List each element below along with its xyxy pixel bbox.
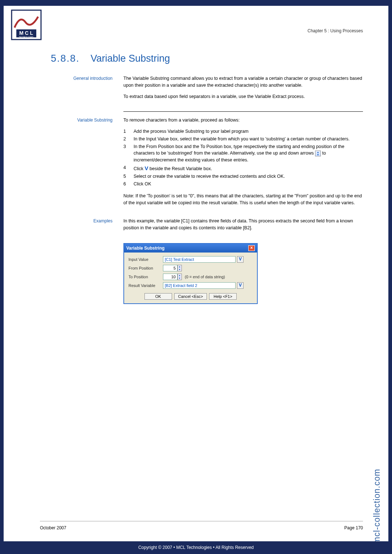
examples-p1: In this example, the variable [C1] conta… (123, 218, 363, 231)
intro-p2: To extract data based upon field separat… (123, 93, 363, 100)
section-steps: Variable Substring To remove characters … (51, 117, 363, 210)
section-label-examples: Examples (51, 218, 123, 236)
dialog-title-text: Variable Substring (126, 246, 164, 251)
step-2: In the Input Value box, select the varia… (134, 136, 363, 143)
from-position-field[interactable] (163, 265, 177, 271)
step-1: Add the process Variable Substring to yo… (134, 128, 363, 135)
footer-line (40, 521, 363, 521)
input-value-v-button[interactable]: V (237, 256, 244, 263)
heading-number: 5.8.8. (51, 53, 80, 64)
step-6: Click OK (134, 181, 363, 188)
ok-button[interactable]: OK (144, 293, 172, 300)
svg-text:TECHNOLOGIES: TECHNOLOGIES (19, 36, 33, 38)
copyright-bar: Copyright © 2007 • MCL Technologies • Al… (0, 541, 392, 554)
to-position-label: To Position (128, 275, 163, 279)
step-5: Select or create the variable to receive… (134, 173, 363, 180)
section-label-steps: Variable Substring (51, 117, 123, 210)
result-variable-field[interactable] (163, 282, 236, 289)
close-icon[interactable]: × (248, 245, 255, 251)
v-icon: V (145, 164, 148, 173)
divider (123, 111, 363, 112)
svg-text:M C L: M C L (19, 30, 33, 36)
dialog-body: Input Value V From Position ▴▾ To Positi… (124, 253, 257, 303)
help-button[interactable]: Help <F1> (209, 293, 237, 300)
to-position-spinner[interactable]: ▴▾ (177, 274, 182, 280)
page-title: 5.8.8. Variable Substring (51, 53, 363, 64)
dialog-titlebar: Variable Substring × (124, 244, 257, 253)
to-position-field[interactable] (163, 274, 177, 280)
section-examples: Examples In this example, the variable [… (51, 218, 363, 236)
input-value-label: Input Value (128, 257, 163, 262)
to-position-hint: (0 = end of data string) (185, 275, 225, 279)
result-variable-v-button[interactable]: V (237, 282, 244, 289)
steps-note: Note: If the 'To position' is set to "0"… (123, 193, 363, 206)
step-3a: In the From Position box and the To Posi… (134, 143, 363, 164)
dialog-buttons: OK Cancel <Esc> Help <F1> (128, 291, 253, 300)
chapter-label: Chapter 5 : Using Processes (307, 28, 363, 33)
section-intro: General introduction The Variable Substr… (51, 75, 363, 104)
section-body-intro: The Variable Substring command allows yo… (123, 75, 363, 104)
intro-p1: The Variable Substring command allows yo… (123, 75, 363, 89)
result-variable-label: Result Variable (128, 283, 163, 288)
section-body-examples: In this example, the variable [C1] conta… (123, 218, 363, 236)
page: M C L TECHNOLOGIES Chapter 5 : Using Pro… (4, 6, 388, 541)
input-value-field[interactable] (163, 256, 236, 263)
footer-date: October 2007 (40, 525, 66, 530)
heading-title: Variable Substring (91, 53, 170, 64)
section-label-intro: General introduction (51, 75, 123, 104)
from-position-label: From Position (128, 266, 163, 270)
steps-list: 1Add the process Variable Substring to y… (123, 128, 363, 188)
content: 5.8.8. Variable Substring General introd… (51, 53, 363, 304)
steps-intro: To remove characters from a variable, pr… (123, 117, 363, 124)
section-body-steps: To remove characters from a variable, pr… (123, 117, 363, 210)
from-position-spinner[interactable]: ▴▾ (177, 265, 182, 271)
footer-page: Page 170 (344, 525, 363, 530)
step-4: Click V beside the Result Variable box. (134, 164, 363, 173)
dialog-variable-substring: Variable Substring × Input Value V From … (123, 243, 258, 304)
mcl-logo: M C L TECHNOLOGIES (11, 9, 42, 40)
spinner-icon (315, 151, 321, 156)
cancel-button[interactable]: Cancel <Esc> (174, 293, 207, 300)
